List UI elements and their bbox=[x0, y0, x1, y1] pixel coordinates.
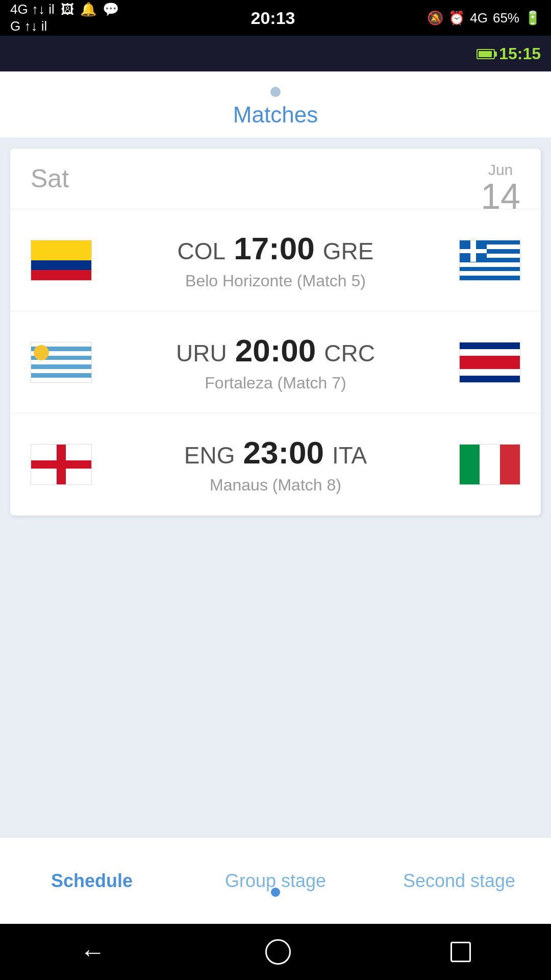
match-1-team1: COL bbox=[178, 237, 226, 265]
tab-second-stage-label: Second stage bbox=[403, 870, 515, 891]
status-right: 🔕 ⏰ 4G 65% 🔋 bbox=[427, 10, 541, 26]
signal-4g: 4G ↑↓ il bbox=[10, 2, 55, 17]
status-time: 20:13 bbox=[251, 8, 295, 28]
match-3-time: 23:00 bbox=[243, 434, 324, 471]
match-3-venue: Manaus (Match 8) bbox=[92, 476, 459, 495]
nav-back-button[interactable]: ← bbox=[80, 937, 106, 967]
match-2-time: 20:00 bbox=[235, 332, 316, 369]
photo-icon: 🖼 bbox=[61, 2, 74, 17]
app-title: Matches bbox=[0, 102, 551, 128]
back-arrow-icon: ← bbox=[80, 938, 106, 966]
4g-right-icon: 4G bbox=[470, 10, 488, 26]
signal-g: G ↑↓ il bbox=[10, 18, 47, 34]
date-month: Jun bbox=[481, 161, 520, 179]
match-2-team2: CRC bbox=[324, 339, 375, 367]
match-1-time: 17:00 bbox=[234, 230, 315, 266]
match-1-info: COL 17:00 GRE bbox=[92, 230, 459, 266]
match-card: Sat Jun 14 COL 17:00 GRE Belo Horizonte … bbox=[10, 149, 541, 516]
match-row-1[interactable]: COL 17:00 GRE Belo Horizonte (Match 5) bbox=[10, 209, 541, 311]
tab-active-dot bbox=[271, 888, 280, 897]
android-nav-bar: ← bbox=[0, 924, 551, 980]
match-2-info: URU 20:00 CRC bbox=[92, 332, 459, 369]
nav-home-button[interactable] bbox=[265, 939, 291, 965]
match-3-center: ENG 23:00 ITA Manaus (Match 8) bbox=[92, 434, 459, 495]
flag-costa-rica bbox=[459, 342, 520, 383]
bell-icon: 🔔 bbox=[80, 2, 96, 17]
match-2-venue: Fortaleza (Match 7) bbox=[92, 374, 459, 393]
date-header: Sat Jun 14 bbox=[10, 149, 541, 209]
match-2-team1: URU bbox=[176, 339, 227, 367]
alarm-icon: ⏰ bbox=[448, 10, 465, 26]
match-row-3[interactable]: ENG 23:00 ITA Manaus (Match 8) bbox=[10, 413, 541, 516]
match-1-team2: GRE bbox=[323, 237, 374, 265]
tab-group-stage[interactable]: Group stage bbox=[184, 860, 367, 902]
mute-icon: 🔕 bbox=[427, 10, 443, 26]
match-2-center: URU 20:00 CRC Fortaleza (Match 7) bbox=[92, 332, 459, 393]
main-content: Sat Jun 14 COL 17:00 GRE Belo Horizonte … bbox=[0, 138, 551, 843]
match-1-venue: Belo Horizonte (Match 5) bbox=[92, 272, 459, 290]
battery-percent: 65% bbox=[493, 10, 519, 26]
app-header: Matches bbox=[0, 71, 551, 138]
status-bar: 4G ↑↓ il 🖼 🔔 💬 G ↑↓ il 20:13 🔕 ⏰ 4G 65% … bbox=[0, 0, 551, 36]
tab-bar: Schedule Group stage Second stage bbox=[0, 837, 551, 924]
match-row-2[interactable]: URU 20:00 CRC Fortaleza (Match 7) bbox=[10, 311, 541, 413]
battery-shape bbox=[477, 49, 495, 59]
match-3-team2: ITA bbox=[332, 442, 367, 469]
header-dot bbox=[270, 87, 281, 97]
flag-italy bbox=[459, 444, 520, 485]
match-3-info: ENG 23:00 ITA bbox=[92, 434, 459, 471]
status-left: 4G ↑↓ il 🖼 🔔 💬 G ↑↓ il bbox=[10, 2, 119, 34]
tab-schedule[interactable]: Schedule bbox=[0, 860, 184, 902]
match-3-team1: ENG bbox=[184, 442, 235, 469]
battery-icon: 🔋 bbox=[524, 10, 541, 26]
match-1-center: COL 17:00 GRE Belo Horizonte (Match 5) bbox=[92, 230, 459, 290]
tab-second-stage[interactable]: Second stage bbox=[367, 860, 551, 902]
flag-colombia bbox=[31, 240, 92, 281]
tab-schedule-label: Schedule bbox=[51, 870, 133, 891]
flag-greece bbox=[459, 240, 520, 281]
nav-recents-button[interactable] bbox=[450, 942, 471, 962]
wechat-icon: 💬 bbox=[103, 2, 119, 17]
date-month-day: Jun 14 bbox=[481, 161, 520, 214]
secondary-bar: 15:15 bbox=[0, 36, 551, 71]
date-num: 14 bbox=[481, 177, 520, 216]
secondary-time: 15:15 bbox=[499, 44, 541, 63]
date-day: Sat bbox=[31, 164, 69, 193]
flag-uruguay bbox=[31, 342, 92, 383]
battery-indicator bbox=[477, 44, 499, 63]
flag-england bbox=[31, 444, 92, 485]
